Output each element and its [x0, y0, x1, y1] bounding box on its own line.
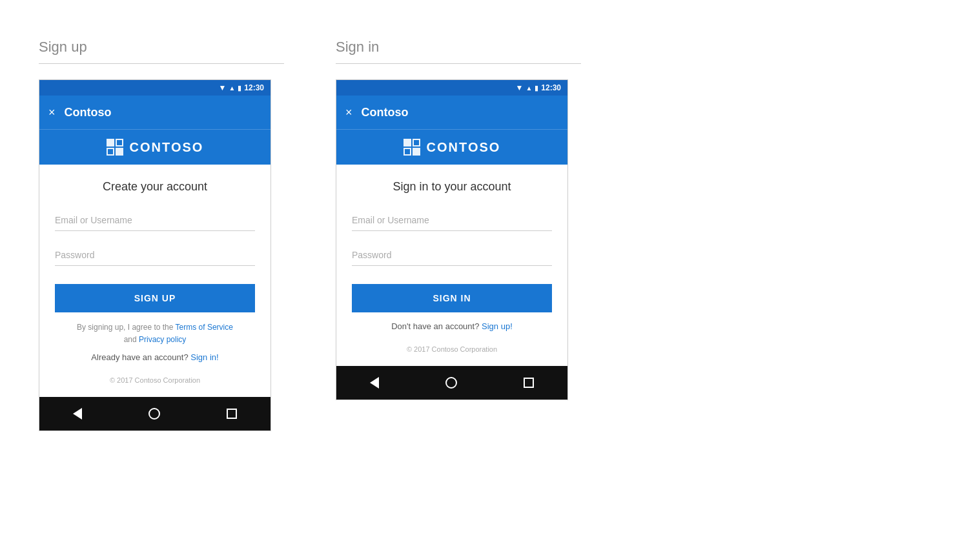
- signup-back-button[interactable]: [73, 408, 82, 420]
- signup-nav-bar: [39, 397, 271, 430]
- signin-status-time: 12:30: [541, 83, 561, 92]
- signup-battery-icon: ▮: [238, 84, 241, 92]
- signin-app-bar: × Contoso: [336, 96, 567, 129]
- signup-email-field[interactable]: [55, 209, 255, 231]
- signup-password-input[interactable]: [55, 244, 255, 266]
- signup-phone-frame: ▼ ▲ ▮ 12:30 × Contoso CONTOSO: [39, 79, 271, 431]
- signin-password-input[interactable]: [352, 244, 552, 266]
- signin-copyright: © 2017 Contoso Corporation: [352, 338, 552, 356]
- signup-win-cell-4: [116, 148, 123, 156]
- signup-legal-line2: and: [124, 335, 137, 344]
- signin-nav-bar: [336, 366, 567, 400]
- signup-email-input[interactable]: [55, 209, 255, 231]
- signup-button[interactable]: SIGN UP: [55, 284, 255, 312]
- signup-home-button[interactable]: [148, 408, 160, 420]
- signup-status-icons: ▼ ▲ ▮ 12:30: [219, 83, 265, 92]
- signup-form-title: Create your account: [55, 180, 255, 194]
- signin-section-title: Sign in: [336, 39, 379, 56]
- signin-brand-name: CONTOSO: [427, 140, 501, 155]
- signin-recents-icon: [524, 378, 534, 388]
- signup-signin-link[interactable]: Sign in!: [190, 352, 218, 362]
- signup-win-cell-1: [107, 139, 114, 147]
- signin-phone-frame: ▼ ▲ ▮ 12:30 × Contoso CONTOSO: [336, 79, 568, 400]
- signin-status-icons: ▼ ▲ ▮ 12:30: [516, 83, 562, 92]
- signup-section-title: Sign up: [39, 39, 87, 56]
- signup-close-button[interactable]: ×: [48, 106, 56, 119]
- signin-home-icon: [445, 377, 457, 389]
- signup-copyright: © 2017 Contoso Corporation: [55, 369, 255, 387]
- signup-status-bar: ▼ ▲ ▮ 12:30: [39, 80, 271, 96]
- signin-win-cell-4: [413, 148, 420, 156]
- signup-recents-icon: [227, 409, 237, 419]
- signin-win-cell-1: [403, 139, 411, 147]
- signin-back-icon: [370, 377, 379, 389]
- signup-password-field[interactable]: [55, 244, 255, 266]
- signin-wifi-icon: ▼: [516, 83, 524, 92]
- signin-app-title: Contoso: [362, 106, 409, 119]
- signin-button[interactable]: SIGN IN: [352, 284, 552, 312]
- signin-home-button[interactable]: [445, 377, 457, 389]
- signup-terms-link[interactable]: Terms of Service: [176, 323, 233, 332]
- signup-legal-line1: By signing up, I agree to the: [77, 323, 173, 332]
- signin-email-input[interactable]: [352, 209, 552, 231]
- signup-win-cell-3: [107, 148, 114, 156]
- signin-cell-icon: ▲: [526, 85, 532, 92]
- signup-win-cell-2: [116, 139, 123, 147]
- signin-password-field[interactable]: [352, 244, 552, 266]
- signup-recents-button[interactable]: [227, 409, 237, 419]
- signin-back-button[interactable]: [370, 377, 379, 389]
- signin-no-account-text: Don't have an account?: [391, 321, 479, 331]
- signup-home-icon: [148, 408, 160, 420]
- signin-email-field[interactable]: [352, 209, 552, 231]
- signup-content-area: Create your account SIGN UP By signing u…: [39, 165, 271, 397]
- signup-status-time: 12:30: [244, 83, 264, 92]
- signin-brand-logo: [403, 139, 420, 156]
- signup-brand-name: CONTOSO: [130, 140, 204, 155]
- signin-no-account: Don't have an account? Sign up!: [352, 321, 552, 331]
- signup-brand-logo: [107, 139, 123, 156]
- signup-wifi-icon: ▼: [219, 83, 227, 92]
- signup-cell-icon: ▲: [229, 85, 235, 92]
- signup-privacy-link[interactable]: Privacy policy: [139, 335, 186, 344]
- signin-status-bar: ▼ ▲ ▮ 12:30: [336, 80, 567, 96]
- signin-content-area: Sign in to your account SIGN IN Don't ha…: [336, 165, 567, 366]
- signin-win-cell-3: [403, 148, 411, 156]
- signin-divider: [336, 63, 581, 64]
- signup-brand-bar: CONTOSO: [39, 129, 271, 165]
- signup-back-icon: [73, 408, 82, 420]
- signin-battery-icon: ▮: [535, 84, 538, 92]
- signin-recents-button[interactable]: [524, 378, 534, 388]
- signin-windows-icon: [403, 139, 420, 156]
- signin-form-title: Sign in to your account: [352, 180, 552, 194]
- signup-already-text: Already have an account?: [91, 352, 188, 362]
- signin-close-button[interactable]: ×: [345, 106, 352, 119]
- signup-divider: [39, 63, 284, 64]
- signin-brand-bar: CONTOSO: [336, 129, 567, 165]
- signup-already-account: Already have an account? Sign in!: [55, 352, 255, 362]
- signup-legal-text: By signing up, I agree to the Terms of S…: [55, 321, 255, 346]
- signup-section: Sign up ▼ ▲ ▮ 12:30 × Contoso: [39, 39, 284, 431]
- signup-app-bar: × Contoso: [39, 96, 271, 129]
- signup-windows-icon: [107, 139, 123, 156]
- signin-win-cell-2: [413, 139, 420, 147]
- signup-app-title: Contoso: [65, 106, 112, 119]
- signin-section: Sign in ▼ ▲ ▮ 12:30 × Contoso: [336, 39, 581, 400]
- signin-signup-link[interactable]: Sign up!: [482, 321, 513, 331]
